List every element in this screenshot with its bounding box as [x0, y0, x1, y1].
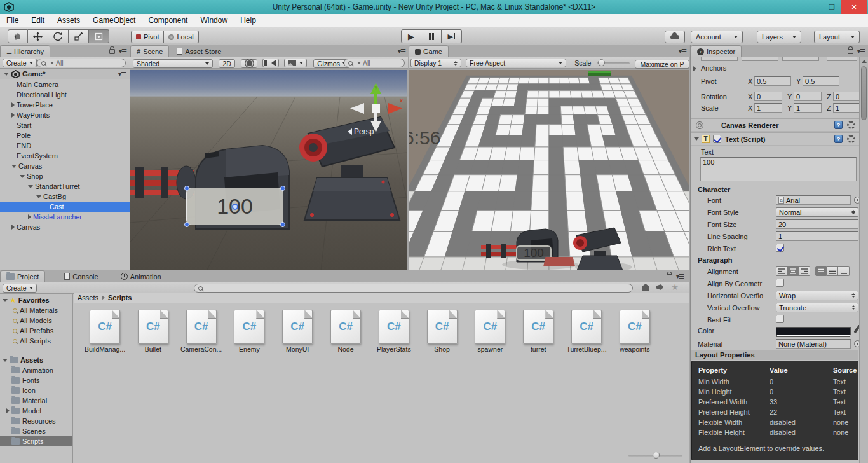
project-file-playerstats[interactable]: C#PlayerStats — [370, 310, 417, 353]
folder-material[interactable]: Material — [0, 396, 72, 406]
hierarchy-item-waypoints[interactable]: WayPoints — [0, 110, 130, 120]
align-right-button[interactable] — [799, 266, 810, 276]
tab-game[interactable]: Game — [409, 45, 449, 57]
scene-search-input[interactable]: All — [344, 59, 405, 67]
game-pane-menu-icon[interactable]: ▾☰ — [679, 48, 686, 55]
tab-scene[interactable]: # Scene — [130, 45, 169, 57]
hierarchy-item-towerplace[interactable]: TowerPlace — [0, 100, 130, 110]
layers-dropdown[interactable]: Layers — [757, 31, 801, 43]
scale-slider-thumb[interactable] — [598, 59, 605, 66]
text-script-header[interactable]: T Text (Script) ? — [691, 132, 859, 146]
hierarchy-create-button[interactable]: Create — [3, 59, 37, 67]
icon-size-slider[interactable] — [628, 455, 682, 457]
hierarchy-item-directional-light[interactable]: Directional Light — [0, 90, 130, 100]
line-spacing-field[interactable]: 1 — [776, 232, 858, 241]
tab-project[interactable]: Project — [0, 270, 45, 282]
project-file-cameracon[interactable]: C#CameraCon... — [178, 310, 225, 353]
effects-dropdown[interactable] — [284, 59, 307, 67]
gear-icon[interactable] — [847, 121, 855, 129]
foldout-icon[interactable] — [28, 185, 33, 188]
hierarchy-item-canvas[interactable]: Canvas — [0, 161, 130, 171]
icon-size-slider-thumb[interactable] — [653, 452, 660, 459]
eyedropper-icon[interactable] — [853, 326, 859, 333]
lock-icon[interactable] — [848, 49, 853, 54]
folder-icon[interactable]: Icon — [0, 385, 72, 396]
foldout-icon[interactable] — [20, 175, 25, 178]
folder-scripts[interactable]: Scripts — [0, 436, 72, 446]
display-dropdown[interactable]: Display 1 — [410, 59, 461, 67]
clipped-field[interactable] — [701, 57, 738, 61]
hand-tool-button[interactable] — [8, 29, 28, 43]
favorite-all-materials[interactable]: All Materials — [0, 305, 72, 315]
maximize-on-play-button[interactable]: Maximize on P — [635, 60, 689, 69]
pivot-handle[interactable] — [232, 204, 238, 210]
font-field[interactable]: a Arial — [776, 195, 851, 205]
favorite-all-prefabs[interactable]: All Prefabs — [0, 326, 72, 336]
menu-file[interactable]: File — [0, 14, 25, 27]
folder-model[interactable]: Model — [0, 406, 72, 416]
hierarchy-item-standartturret[interactable]: StandartTurret — [0, 181, 130, 191]
rect-handle[interactable] — [184, 186, 189, 191]
project-file-turret[interactable]: C#turret — [515, 310, 562, 353]
clipped-field[interactable] — [742, 57, 778, 61]
local-toggle-button[interactable]: Local — [164, 31, 198, 43]
hierarchy-item-cast[interactable]: Cast — [0, 202, 130, 212]
scrollbar-thumb[interactable] — [861, 66, 867, 120]
foldout-icon[interactable] — [11, 165, 17, 168]
favorite-all-scripts[interactable]: All Scripts — [0, 336, 72, 346]
foldout-icon[interactable] — [28, 214, 31, 219]
scene-header-row[interactable]: Game* ▾☰ — [0, 69, 130, 79]
lighting-toggle[interactable] — [241, 59, 257, 68]
project-file-monyui[interactable]: C#MonyUI — [274, 310, 321, 353]
tab-asset-store[interactable]: Asset Store — [171, 45, 227, 57]
menu-gameobject[interactable]: GameObject — [86, 14, 142, 27]
anchors-foldout-icon[interactable] — [693, 66, 696, 71]
favorites-star-button[interactable]: ★ — [671, 282, 679, 292]
align-left-button[interactable] — [776, 266, 787, 276]
hierarchy-item-canvas[interactable]: Canvas — [0, 222, 130, 232]
hierarchy-search-input[interactable]: All — [37, 59, 126, 67]
hierarchy-item-pole[interactable]: Pole — [0, 130, 130, 141]
project-search-input[interactable] — [194, 284, 633, 293]
scale-x-field[interactable]: 1 — [754, 103, 782, 113]
foldout-icon[interactable] — [3, 299, 8, 302]
rotation-x-field[interactable]: 0 — [754, 92, 782, 101]
pause-button[interactable] — [421, 29, 442, 43]
align-top-button[interactable] — [815, 266, 827, 276]
hierarchy-item-main-camera[interactable]: Main Camera — [0, 79, 130, 90]
project-file-shop[interactable]: C#Shop — [419, 310, 466, 353]
rect-tool-button[interactable] — [89, 29, 109, 43]
menu-edit[interactable]: Edit — [25, 14, 51, 27]
scene-viewport[interactable]: 100 y x Persp — [130, 70, 407, 270]
account-dropdown[interactable]: Account — [691, 31, 743, 43]
close-button[interactable]: ✕ — [841, 0, 867, 14]
help-icon[interactable]: ? — [834, 135, 843, 143]
rotation-z-field[interactable]: 0 — [833, 92, 859, 101]
horizontal-overflow-dropdown[interactable]: Wrap — [776, 291, 858, 300]
pane-menu-icon[interactable]: ▾☰ — [857, 48, 865, 55]
selected-rect-transform[interactable]: 100 — [186, 188, 283, 225]
tab-hierarchy[interactable]: ☰ Hierarchy — [0, 45, 50, 57]
menu-assets[interactable]: Assets — [51, 14, 86, 27]
best-fit-checkbox[interactable] — [776, 315, 784, 323]
vertical-overflow-dropdown[interactable]: Truncate — [776, 303, 858, 312]
help-icon[interactable]: ? — [834, 121, 843, 129]
rect-handle[interactable] — [280, 222, 285, 227]
inspector-scrollbar[interactable] — [859, 57, 868, 463]
persp-label[interactable]: Persp — [348, 127, 374, 136]
tab-console[interactable]: Console — [58, 270, 104, 282]
folder-fonts[interactable]: Fonts — [0, 375, 72, 385]
scene-foldout-icon[interactable] — [4, 73, 9, 76]
gear-icon[interactable] — [847, 135, 855, 143]
assets-root[interactable]: Assets — [0, 355, 72, 365]
align-middle-button[interactable] — [827, 266, 838, 276]
font-size-field[interactable]: 20 — [776, 219, 858, 229]
minimize-button[interactable]: – — [806, 0, 822, 14]
hierarchy-item-shop[interactable]: Shop — [0, 171, 130, 181]
cloud-button[interactable] — [665, 31, 685, 43]
search-by-type-button[interactable] — [642, 284, 649, 293]
font-object-picker[interactable] — [854, 197, 859, 204]
scroll-up-icon[interactable] — [862, 60, 867, 63]
scale-slider[interactable] — [597, 62, 630, 64]
color-swatch[interactable] — [776, 327, 851, 335]
